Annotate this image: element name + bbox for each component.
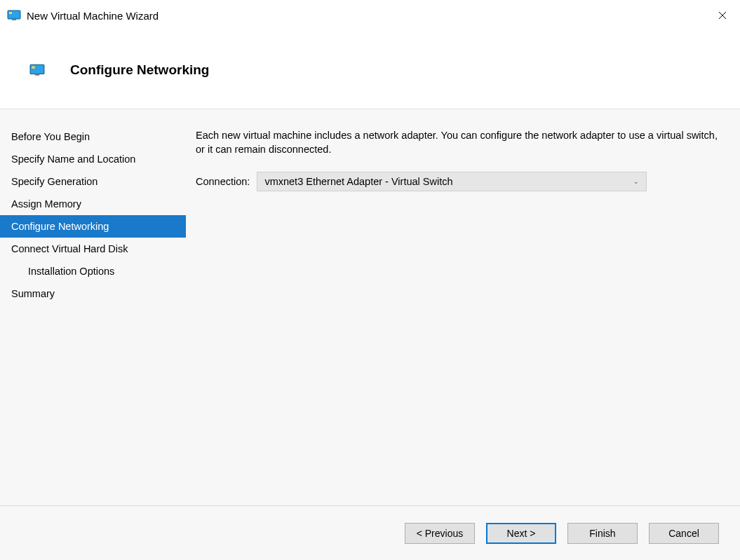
description-text: Each new virtual machine includes a netw… [196, 128, 723, 156]
svg-rect-1 [12, 19, 16, 20]
titlebar: New Virtual Machine Wizard [0, 0, 740, 31]
wizard-icon [29, 64, 45, 76]
close-icon [718, 11, 727, 20]
window-title: New Virtual Machine Wizard [27, 10, 159, 22]
page-title: Configure Networking [70, 62, 209, 78]
wizard-step-connect-virtual-hard-disk[interactable]: Connect Virtual Hard Disk [0, 238, 186, 260]
app-icon [7, 10, 21, 21]
footer-buttons: < Previous Next > Finish Cancel [0, 505, 740, 560]
cancel-button[interactable]: Cancel [649, 523, 719, 544]
next-button[interactable]: Next > [486, 523, 556, 544]
content-panel: Each new virtual machine includes a netw… [186, 110, 740, 505]
chevron-down-icon: ⌄ [633, 178, 639, 185]
svg-rect-6 [35, 74, 40, 75]
finish-button[interactable]: Finish [567, 523, 638, 544]
previous-button[interactable]: < Previous [405, 523, 475, 544]
connection-dropdown[interactable]: vmxnet3 Ethernet Adapter - Virtual Switc… [257, 172, 647, 191]
wizard-step-specify-generation[interactable]: Specify Generation [0, 170, 186, 193]
wizard-step-before-you-begin[interactable]: Before You Begin [0, 125, 186, 148]
svg-rect-2 [9, 12, 12, 14]
wizard-step-installation-options[interactable]: Installation Options [0, 260, 186, 282]
wizard-step-summary[interactable]: Summary [0, 282, 186, 305]
wizard-step-assign-memory[interactable]: Assign Memory [0, 193, 186, 215]
svg-rect-5 [30, 64, 44, 74]
wizard-steps-sidebar: Before You BeginSpecify Name and Locatio… [0, 110, 186, 505]
wizard-step-configure-networking[interactable]: Configure Networking [0, 215, 186, 238]
svg-rect-7 [32, 66, 34, 68]
connection-label: Connection: [196, 176, 250, 187]
titlebar-left: New Virtual Machine Wizard [7, 10, 159, 22]
header-panel: Configure Networking [0, 31, 740, 109]
wizard-step-specify-name-and-location[interactable]: Specify Name and Location [0, 148, 186, 170]
connection-row: Connection: vmxnet3 Ethernet Adapter - V… [196, 172, 723, 191]
close-button[interactable] [706, 4, 739, 27]
body-area: Before You BeginSpecify Name and Locatio… [0, 109, 740, 505]
connection-selected-value: vmxnet3 Ethernet Adapter - Virtual Switc… [264, 176, 452, 187]
svg-rect-0 [8, 11, 20, 19]
